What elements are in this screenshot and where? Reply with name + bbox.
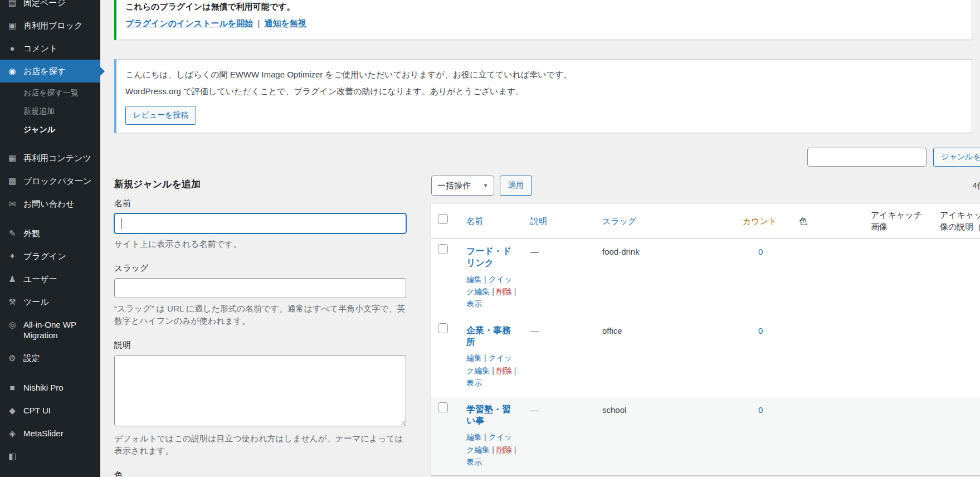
slug-cell: food-drink (597, 238, 737, 318)
menu-separator (0, 215, 100, 222)
sidebar-item-reusable-content[interactable]: ▦ 再利用コンテンツ (0, 147, 100, 169)
sidebar-item-label: 再利用ブロック (23, 20, 82, 31)
notice-message: これらのプラグインは無償で利用可能です。 (125, 0, 963, 13)
post-review-button[interactable]: レビューを投稿 (125, 106, 196, 125)
admin-menu: ▤ 固定ページ ▣ 再利用ブロック ● コメント ◉ お店を探す お店を探す一覧… (0, 0, 100, 468)
count-link[interactable]: 0 (758, 326, 763, 335)
chevron-down-icon: ▼ (483, 183, 488, 188)
dismiss-notice-link[interactable]: 通知を無視 (264, 18, 306, 28)
select-all-checkbox[interactable] (438, 214, 448, 224)
delete-link[interactable]: 削除 (496, 366, 512, 375)
description-cell: — (525, 238, 597, 318)
row-actions: 編集 | クイック編集 | 削除 | 表示 (466, 352, 519, 389)
count-cell: 0 (737, 318, 793, 397)
column-header-description[interactable]: 説明 (525, 203, 597, 238)
view-link[interactable]: 表示 (466, 457, 482, 466)
sidebar-item-reusable-blocks[interactable]: ▣ 再利用ブロック (0, 14, 100, 37)
sidebar-item-users[interactable]: ♟ ユーザー (0, 267, 100, 290)
count-cell: 0 (737, 397, 793, 476)
reusable-content-icon: ▦ (7, 153, 18, 163)
action-separator: | (492, 366, 494, 375)
review-notice-line1: こんにちは、しばらくの間 EWWW Image Optimizer をご使用いた… (125, 68, 963, 81)
color-cell (793, 397, 865, 476)
slug-cell: school (597, 397, 737, 476)
notice-separator: | (257, 18, 260, 28)
submenu-item-store-list[interactable]: お店を探す一覧 (0, 84, 100, 102)
edit-link[interactable]: 編集 (466, 432, 482, 441)
sidebar-item-partial[interactable]: ◧ (0, 445, 100, 468)
sidebar-item-settings[interactable]: ⚙ 設定 (0, 347, 100, 369)
term-name-link[interactable]: 企業・事務所 (466, 325, 519, 348)
sidebar-item-tools[interactable]: ⚒ ツール (0, 290, 100, 313)
term-name-link[interactable]: フード・ドリンク (466, 246, 519, 269)
action-separator: | (514, 366, 516, 375)
image-alt-cell (934, 318, 980, 397)
review-request-notice: こんにちは、しばらくの間 EWWW Image Optimizer をご使用いた… (114, 59, 972, 134)
settings-icon: ⚙ (7, 353, 18, 363)
count-link[interactable]: 0 (758, 247, 763, 256)
submenu-item-genre[interactable]: ジャンル (0, 120, 100, 139)
sidebar-item-cpt-ui[interactable]: ◆ CPT UI (0, 399, 100, 422)
column-header-slug[interactable]: スラッグ (597, 203, 737, 238)
sidebar-item-wp-migration[interactable]: ◎ All-in-One WP Migration (0, 313, 100, 347)
bulk-actions-select[interactable]: 一括操作 ▼ (431, 176, 494, 196)
edit-link[interactable]: 編集 (466, 353, 482, 362)
sidebar-item-contact[interactable]: ✉ お問い合わせ (0, 192, 100, 215)
slug-input[interactable] (114, 278, 406, 298)
delete-link[interactable]: 削除 (496, 287, 512, 296)
select-row-checkbox[interactable] (438, 323, 448, 333)
description-field-group: 説明 デフォルトではこの説明は目立つ使われ方はしませんが、テーマによっては表示さ… (114, 340, 406, 457)
sidebar-item-appearance[interactable]: ✎ 外観 (0, 222, 100, 245)
users-icon: ♟ (7, 274, 18, 284)
edit-link[interactable]: 編集 (466, 275, 482, 284)
begin-install-link[interactable]: プラグインのインストールを開始 (125, 18, 253, 28)
description-textarea[interactable] (114, 355, 406, 426)
row-actions: 編集 | クイック編集 | 削除 | 表示 (466, 273, 519, 310)
view-link[interactable]: 表示 (466, 378, 482, 387)
count-link[interactable]: 0 (758, 405, 763, 415)
items-count: 4個の項目 (972, 181, 980, 191)
table-row: フード・ドリンク 編集 | クイック編集 | 削除 | 表示 (431, 238, 980, 318)
sidebar-item-label: 設定 (23, 353, 40, 363)
sidebar-item-label: CPT UI (23, 405, 51, 416)
select-all-cell (431, 203, 461, 238)
header-row: 名前 説明 スラッグ カウント 色 アイキャッチ画像 アイキャッチ画像の説明（A… (431, 203, 980, 238)
sidebar-item-label: お店を探す (23, 66, 66, 76)
action-separator: | (484, 432, 486, 441)
description-cell: — (525, 318, 597, 397)
genres-table: 名前 説明 スラッグ カウント 色 アイキャッチ画像 アイキャッチ画像の説明（A… (431, 203, 980, 475)
store-locator-icon: ◉ (7, 66, 18, 76)
name-cell: フード・ドリンク 編集 | クイック編集 | 削除 | 表示 (461, 238, 525, 318)
sidebar-item-label: 固定ページ (23, 0, 66, 8)
apply-button[interactable]: 適用 (500, 176, 532, 196)
sidebar-item-pages[interactable]: ▤ 固定ページ (0, 0, 100, 14)
migration-icon: ◎ (7, 319, 18, 330)
search-input[interactable] (807, 148, 927, 167)
sidebar-item-nishiki-pro[interactable]: ■ Nishiki Pro (0, 376, 100, 399)
sidebar-item-store-locator[interactable]: ◉ お店を探す (0, 60, 100, 82)
sidebar-item-comments[interactable]: ● コメント (0, 37, 100, 60)
reusable-blocks-icon: ▣ (7, 20, 18, 31)
name-input[interactable] (114, 213, 406, 233)
delete-link[interactable]: 削除 (496, 445, 512, 454)
nishiki-pro-icon: ■ (7, 382, 18, 393)
action-separator: | (492, 445, 494, 454)
action-separator: | (492, 287, 494, 296)
submenu-item-add-new[interactable]: 新規追加 (0, 102, 100, 120)
plugins-icon: ✦ (7, 251, 18, 261)
sidebar-item-plugins[interactable]: ✦ プラグイン (0, 245, 100, 267)
column-header-name[interactable]: 名前 (461, 203, 525, 238)
name-field-group: 名前 サイト上に表示される名前です。 (114, 198, 406, 251)
genre-list: 一括操作 ▼ 適用 4個の項目 (431, 176, 980, 475)
view-link[interactable]: 表示 (466, 299, 482, 308)
select-row-checkbox[interactable] (438, 244, 448, 254)
color-cell (793, 318, 865, 397)
sidebar-item-metaslider[interactable]: ◈ MetaSlider (0, 422, 100, 445)
select-row-checkbox[interactable] (438, 402, 448, 412)
image-alt-cell (934, 397, 980, 476)
term-name-link[interactable]: 学習塾・習い事 (466, 404, 519, 427)
search-genres-button[interactable]: ジャンルを検索 (933, 148, 980, 167)
color-label: 色 (114, 470, 406, 477)
sidebar-item-block-patterns[interactable]: ▩ ブロックパターン (0, 169, 100, 192)
column-header-count[interactable]: カウント (737, 203, 793, 238)
